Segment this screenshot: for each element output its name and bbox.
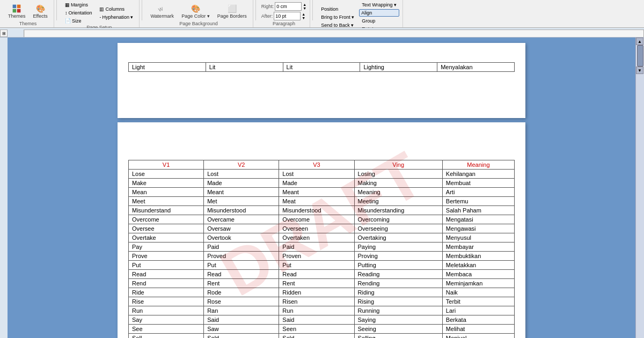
table-cell: Misunderstand [129,206,204,215]
scroll-down[interactable]: ▼ [636,67,643,74]
after-down[interactable]: ▼ [302,16,305,20]
table-cell: Made [279,179,354,188]
after-input[interactable] [274,12,301,20]
right-down[interactable]: ▼ [303,6,306,10]
page-color-button[interactable]: 🎨 Page Color ▾ [179,2,213,20]
orientation-icon: ↕ [65,10,68,16]
table-row: SaySaidSaidSayingBerkata [129,315,515,325]
size-icon: 📄 [65,18,71,24]
table-cell: Rode [204,288,279,297]
table-cell: Membaca [442,270,514,279]
table-cell: Overtaken [279,233,354,243]
margins-label: Margins [71,2,88,8]
align-button[interactable]: Align [359,9,399,17]
right-input[interactable] [275,2,302,11]
table-row: OvercomeOvercameOvercomeOvercomingMengat… [129,215,515,224]
table-cell: Mengawasi [442,224,514,233]
hyphenation-button[interactable]: ‐ Hyphenation ▾ [97,13,136,21]
table-cell: Read [129,270,204,279]
paragraph-inputs: Right: ▲ ▼ After: ▲ ▼ [261,2,306,20]
watermark-button[interactable]: W Watermark [148,2,177,20]
divider-3 [255,0,256,20]
table-cell: Lit [283,63,360,72]
table-row: SeeSawSeenSeeingMelihat [129,325,515,334]
table-cell: Sold [279,334,354,339]
themes-button[interactable]: Themes [5,2,28,20]
effects-button[interactable]: 🎨 Effects [31,2,50,20]
table-cell: Rending [354,279,442,288]
scroll-thumb[interactable] [637,45,643,67]
table-row: RiseRoseRisenRisingTerbit [129,297,515,306]
bring-front-button[interactable]: Bring to Front ▾ [318,13,357,21]
table-row: LightLitLitLightingMenyalakan [129,63,515,72]
after-label: After: [261,13,273,19]
table-cell: Overtaking [354,233,442,243]
table-cell: Berkata [442,315,514,325]
table-cell: Overcoming [354,215,442,224]
table-cell: Overtake [129,233,204,243]
scrollbar[interactable]: ▲ ▼ [635,38,644,338]
align-label: Align [361,10,372,16]
table-cell: Read [204,270,279,279]
table-header-row: V1V2V3VingMeaning [129,160,515,170]
table-cell: Said [204,315,279,325]
table-cell: Said [279,315,354,325]
table-cell: Putting [354,261,442,270]
table-cell: Lighting [360,63,437,72]
svg-text:W: W [158,6,164,12]
table-cell: Light [129,63,206,72]
table-cell: Rise [129,297,204,306]
group-button[interactable]: Group [359,17,399,25]
paragraph-items: Right: ▲ ▼ After: ▲ ▼ [261,1,306,21]
page2-table: V1V2V3VingMeaning LoseLostLostLosingKehi… [128,160,515,338]
table-cell: Saying [354,315,442,325]
table-cell: Meeting [354,197,442,206]
table-cell: Overcome [279,215,354,224]
size-button[interactable]: 📄 Size [62,17,95,25]
table-cell: Kehilangan [442,170,514,179]
table-cell: Lari [442,306,514,315]
table-cell: Proved [204,252,279,261]
columns-icon: ▥ [99,6,104,12]
themes-label: Themes [8,13,26,19]
right-up[interactable]: ▲ [303,3,306,6]
table-row: RideRodeRiddenRidingNaik [129,288,515,297]
table-cell: Make [129,179,204,188]
group-label: Group [362,18,375,24]
table-cell: Prove [129,252,204,261]
table-cell: Sold [204,334,279,339]
right-label: Right: [261,4,274,9]
table-cell: Ridden [279,288,354,297]
scroll-up[interactable]: ▲ [636,38,643,45]
columns-button[interactable]: ▥ Columns [97,5,136,13]
table-cell: Overtook [204,233,279,243]
page-borders-button[interactable]: ⬜ Page Borders [215,2,250,20]
table-cell: Melihat [442,325,514,334]
orientation-label: Orientation [68,10,92,16]
table-cell: Paid [279,243,354,252]
table-cell: Reading [354,270,442,279]
view-toggle[interactable]: ⊞ [0,30,8,37]
hyphenation-icon: ‐ [99,14,101,20]
vertical-ruler [0,38,8,338]
after-up[interactable]: ▲ [302,12,305,16]
table-cell: Meminjamkan [442,279,514,288]
orientation-button[interactable]: ↕ Orientation [62,9,95,17]
content-area: LightLitLitLightingMenyalakan DRAFT V1V2… [0,38,644,338]
position-button[interactable]: Position [318,5,357,13]
margins-button[interactable]: ▦ Margins [62,1,95,9]
arrange-split1: Position Bring to Front ▾ Send to Back ▾ [318,5,357,29]
text-wrap-button[interactable]: Text Wrapping ▾ [359,1,399,9]
table-cell: Meaning [354,188,442,197]
table-cell: Proven [279,252,354,261]
scroll-track[interactable] [636,45,644,67]
table-cell: Sell [129,334,204,339]
document-area[interactable]: LightLitLitLightingMenyalakan DRAFT V1V2… [8,38,635,338]
table-header-cell: V2 [204,160,279,170]
ribbon-group-page-bg: W Watermark 🎨 Page Color ▾ ⬜ Page Border… [144,0,253,27]
table-row: OvertakeOvertookOvertakenOvertakingMenyu… [129,233,515,243]
themes-group-label: Themes [19,21,37,26]
table-cell: Saw [204,325,279,334]
hyphenation-label: Hyphenation ▾ [102,14,133,20]
table-row: PayPaidPaidPayingMembayar [129,243,515,252]
